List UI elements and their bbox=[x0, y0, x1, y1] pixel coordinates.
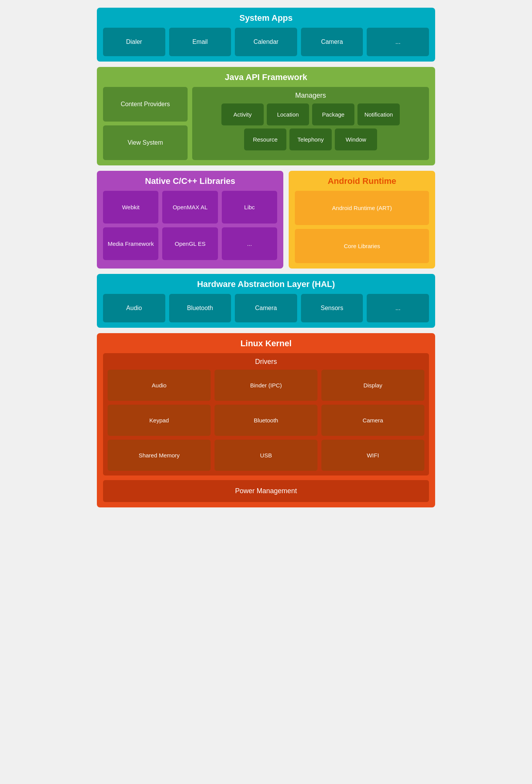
power-management: Power Management bbox=[103, 480, 429, 502]
list-item: Display bbox=[321, 370, 424, 401]
android-runtime-title: Android Runtime bbox=[295, 176, 429, 186]
list-item: Content Providers bbox=[103, 87, 188, 122]
hal-grid: Audio Bluetooth Camera Sensors ... bbox=[103, 294, 429, 322]
list-item: ... bbox=[367, 294, 429, 322]
list-item: Camera bbox=[301, 28, 363, 56]
java-api-layer: Java API Framework Content Providers Vie… bbox=[97, 67, 435, 165]
list-item: Package bbox=[312, 103, 354, 125]
runtime-grid: Android Runtime (ART) Core Libraries bbox=[295, 191, 429, 263]
list-item: Telephony bbox=[289, 128, 332, 150]
list-item: WIFI bbox=[321, 440, 424, 471]
drivers-box: Drivers Audio Binder (IPC) Display Keypa… bbox=[103, 353, 429, 475]
list-item: USB bbox=[214, 440, 318, 471]
list-item: Notification bbox=[357, 103, 400, 125]
list-item: Binder (IPC) bbox=[214, 370, 318, 401]
list-item: Location bbox=[267, 103, 309, 125]
native-libs-grid: Webkit OpenMAX AL Libc Media Framework O… bbox=[103, 191, 277, 260]
list-item: OpenMAX AL bbox=[162, 191, 218, 224]
list-item: Camera bbox=[321, 405, 424, 436]
list-item: Keypad bbox=[108, 405, 211, 436]
list-item: Shared Memory bbox=[108, 440, 211, 471]
list-item: Bluetooth bbox=[169, 294, 231, 322]
managers-title: Managers bbox=[197, 92, 424, 100]
system-apps-title: System Apps bbox=[103, 13, 429, 23]
list-item: Core Libraries bbox=[295, 229, 429, 263]
linux-kernel-title: Linux Kernel bbox=[103, 339, 429, 349]
list-item: Window bbox=[335, 128, 377, 150]
drivers-title: Drivers bbox=[108, 358, 424, 366]
hal-layer: Hardware Abstraction Layer (HAL) Audio B… bbox=[97, 274, 435, 328]
java-api-left: Content Providers View System bbox=[103, 87, 188, 160]
managers-grid: Activity Location Package Notification R… bbox=[197, 103, 424, 150]
hal-title: Hardware Abstraction Layer (HAL) bbox=[103, 279, 429, 289]
drivers-grid: Audio Binder (IPC) Display Keypad Blueto… bbox=[108, 370, 424, 471]
android-runtime-layer: Android Runtime Android Runtime (ART) Co… bbox=[289, 171, 435, 269]
list-item: Webkit bbox=[103, 191, 158, 224]
list-item: Android Runtime (ART) bbox=[295, 191, 429, 225]
list-item: View System bbox=[103, 125, 188, 160]
managers-row-2: Resource Telephony Window bbox=[197, 128, 424, 150]
middle-row: Native C/C++ Libraries Webkit OpenMAX AL… bbox=[97, 171, 435, 269]
system-apps-grid: Dialer Email Calendar Camera ... bbox=[103, 28, 429, 56]
list-item: Dialer bbox=[103, 28, 165, 56]
list-item: Sensors bbox=[301, 294, 363, 322]
native-libs-layer: Native C/C++ Libraries Webkit OpenMAX AL… bbox=[97, 171, 283, 269]
list-item: Calendar bbox=[235, 28, 297, 56]
managers-row-1: Activity Location Package Notification bbox=[197, 103, 424, 125]
list-item: Libc bbox=[222, 191, 277, 224]
list-item: Bluetooth bbox=[214, 405, 318, 436]
system-apps-layer: System Apps Dialer Email Calendar Camera… bbox=[97, 8, 435, 62]
list-item: OpenGL ES bbox=[162, 227, 218, 260]
list-item: Media Framework bbox=[103, 227, 158, 260]
linux-kernel-layer: Linux Kernel Drivers Audio Binder (IPC) … bbox=[97, 333, 435, 507]
list-item: Audio bbox=[108, 370, 211, 401]
list-item: ... bbox=[222, 227, 277, 260]
java-api-inner: Content Providers View System Managers A… bbox=[103, 87, 429, 160]
list-item: Audio bbox=[103, 294, 165, 322]
java-api-title: Java API Framework bbox=[103, 72, 429, 82]
list-item: Email bbox=[169, 28, 231, 56]
list-item: Camera bbox=[235, 294, 297, 322]
list-item: Resource bbox=[244, 128, 286, 150]
native-libs-title: Native C/C++ Libraries bbox=[103, 176, 277, 186]
managers-box: Managers Activity Location Package Notif… bbox=[192, 87, 429, 160]
list-item: Activity bbox=[221, 103, 264, 125]
list-item: ... bbox=[367, 28, 429, 56]
